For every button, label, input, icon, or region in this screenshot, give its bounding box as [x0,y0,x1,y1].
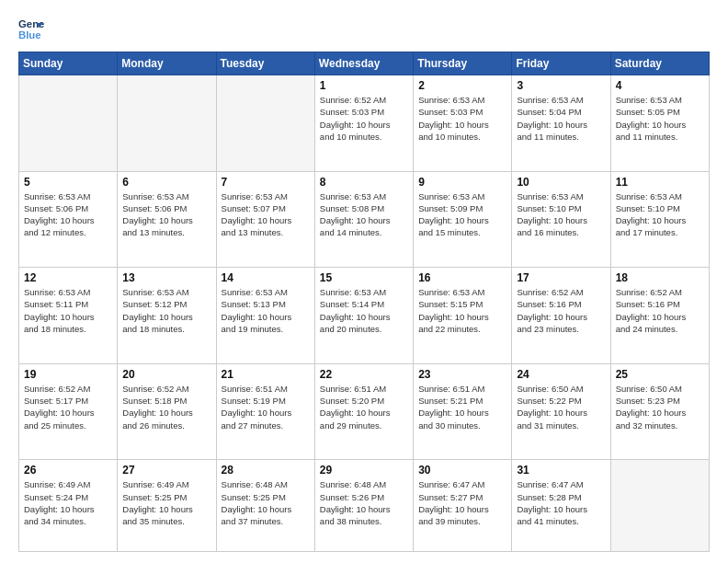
weekday-header-sunday: Sunday [19,52,118,75]
page: General Blue SundayMondayTuesdayWednesda… [0,0,728,563]
day-info: Sunrise: 6:53 AM Sunset: 5:11 PM Dayligh… [24,286,112,335]
day-number: 15 [320,271,408,284]
calendar-week-4: 26Sunrise: 6:49 AM Sunset: 5:24 PM Dayli… [19,460,710,552]
day-number: 3 [517,79,605,92]
day-number: 16 [418,271,506,284]
day-number: 7 [222,176,310,189]
weekday-header-monday: Monday [118,52,216,75]
calendar-cell: 7Sunrise: 6:53 AM Sunset: 5:07 PM Daylig… [216,171,314,268]
day-number: 25 [616,368,704,381]
day-info: Sunrise: 6:53 AM Sunset: 5:15 PM Dayligh… [418,286,506,335]
day-number: 5 [24,176,112,189]
day-number: 1 [320,79,408,92]
calendar-cell [118,75,216,172]
weekday-header-saturday: Saturday [610,52,709,75]
calendar-cell: 12Sunrise: 6:53 AM Sunset: 5:11 PM Dayli… [19,268,118,364]
day-info: Sunrise: 6:50 AM Sunset: 5:22 PM Dayligh… [517,383,605,431]
weekday-header-tuesday: Tuesday [216,52,314,75]
day-number: 26 [24,464,112,477]
day-number: 30 [418,464,506,477]
calendar-cell: 20Sunrise: 6:52 AM Sunset: 5:18 PM Dayli… [118,363,216,460]
calendar-cell: 11Sunrise: 6:53 AM Sunset: 5:10 PM Dayli… [610,171,709,268]
weekday-header-thursday: Thursday [414,52,512,75]
day-info: Sunrise: 6:52 AM Sunset: 5:16 PM Dayligh… [616,286,704,335]
calendar-cell: 21Sunrise: 6:51 AM Sunset: 5:19 PM Dayli… [216,363,314,460]
calendar-week-1: 5Sunrise: 6:53 AM Sunset: 5:06 PM Daylig… [19,171,710,268]
calendar-cell: 14Sunrise: 6:53 AM Sunset: 5:13 PM Dayli… [216,268,314,364]
calendar-cell: 30Sunrise: 6:47 AM Sunset: 5:27 PM Dayli… [414,460,512,552]
calendar-cell [19,75,118,172]
logo-icon: General Blue [18,17,44,42]
calendar-cell: 22Sunrise: 6:51 AM Sunset: 5:20 PM Dayli… [314,363,413,460]
day-number: 20 [122,368,210,381]
day-number: 10 [517,176,605,189]
calendar-week-0: 1Sunrise: 6:52 AM Sunset: 5:03 PM Daylig… [19,75,710,172]
day-info: Sunrise: 6:53 AM Sunset: 5:13 PM Dayligh… [222,286,310,335]
day-info: Sunrise: 6:53 AM Sunset: 5:09 PM Dayligh… [418,190,506,239]
calendar-cell: 6Sunrise: 6:53 AM Sunset: 5:06 PM Daylig… [118,171,216,268]
day-number: 29 [320,464,408,477]
day-info: Sunrise: 6:53 AM Sunset: 5:12 PM Dayligh… [122,286,210,335]
day-info: Sunrise: 6:52 AM Sunset: 5:16 PM Dayligh… [517,286,605,335]
day-info: Sunrise: 6:49 AM Sunset: 5:24 PM Dayligh… [24,478,112,527]
logo: General Blue [18,17,48,42]
day-info: Sunrise: 6:53 AM Sunset: 5:14 PM Dayligh… [320,286,408,335]
calendar-cell: 13Sunrise: 6:53 AM Sunset: 5:12 PM Dayli… [118,268,216,364]
day-info: Sunrise: 6:49 AM Sunset: 5:25 PM Dayligh… [122,478,210,527]
day-info: Sunrise: 6:52 AM Sunset: 5:03 PM Dayligh… [320,94,408,143]
day-number: 24 [517,368,605,381]
calendar-cell: 1Sunrise: 6:52 AM Sunset: 5:03 PM Daylig… [314,75,413,172]
day-info: Sunrise: 6:47 AM Sunset: 5:27 PM Dayligh… [418,478,506,527]
day-number: 11 [616,176,704,189]
day-info: Sunrise: 6:53 AM Sunset: 5:05 PM Dayligh… [616,94,704,143]
day-number: 14 [222,271,310,284]
calendar-cell [216,75,314,172]
day-number: 31 [517,464,605,477]
calendar-week-2: 12Sunrise: 6:53 AM Sunset: 5:11 PM Dayli… [19,268,710,364]
svg-text:Blue: Blue [18,29,41,40]
day-info: Sunrise: 6:53 AM Sunset: 5:08 PM Dayligh… [320,190,408,239]
day-number: 27 [122,464,210,477]
day-number: 21 [222,368,310,381]
day-number: 17 [517,271,605,284]
day-info: Sunrise: 6:51 AM Sunset: 5:21 PM Dayligh… [418,383,506,431]
calendar-cell: 16Sunrise: 6:53 AM Sunset: 5:15 PM Dayli… [414,268,512,364]
calendar-cell [610,460,709,552]
day-info: Sunrise: 6:52 AM Sunset: 5:17 PM Dayligh… [24,383,112,431]
calendar-cell: 29Sunrise: 6:48 AM Sunset: 5:26 PM Dayli… [314,460,413,552]
calendar-week-3: 19Sunrise: 6:52 AM Sunset: 5:17 PM Dayli… [19,363,710,460]
calendar-cell: 15Sunrise: 6:53 AM Sunset: 5:14 PM Dayli… [314,268,413,364]
calendar-cell: 4Sunrise: 6:53 AM Sunset: 5:05 PM Daylig… [610,75,709,172]
calendar-cell: 28Sunrise: 6:48 AM Sunset: 5:25 PM Dayli… [216,460,314,552]
calendar-cell: 27Sunrise: 6:49 AM Sunset: 5:25 PM Dayli… [118,460,216,552]
day-info: Sunrise: 6:53 AM Sunset: 5:07 PM Dayligh… [222,190,310,239]
calendar-cell: 10Sunrise: 6:53 AM Sunset: 5:10 PM Dayli… [512,171,610,268]
day-number: 12 [24,271,112,284]
day-number: 13 [122,271,210,284]
day-info: Sunrise: 6:52 AM Sunset: 5:18 PM Dayligh… [122,383,210,431]
calendar-cell: 31Sunrise: 6:47 AM Sunset: 5:28 PM Dayli… [512,460,610,552]
day-info: Sunrise: 6:53 AM Sunset: 5:06 PM Dayligh… [24,190,112,239]
day-number: 4 [616,79,704,92]
calendar-table: SundayMondayTuesdayWednesdayThursdayFrid… [18,52,710,552]
day-number: 28 [222,464,310,477]
calendar-cell: 3Sunrise: 6:53 AM Sunset: 5:04 PM Daylig… [512,75,610,172]
calendar-cell: 8Sunrise: 6:53 AM Sunset: 5:08 PM Daylig… [314,171,413,268]
day-info: Sunrise: 6:47 AM Sunset: 5:28 PM Dayligh… [517,478,605,527]
calendar-cell: 19Sunrise: 6:52 AM Sunset: 5:17 PM Dayli… [19,363,118,460]
calendar-cell: 18Sunrise: 6:52 AM Sunset: 5:16 PM Dayli… [610,268,709,364]
calendar-cell: 17Sunrise: 6:52 AM Sunset: 5:16 PM Dayli… [512,268,610,364]
day-info: Sunrise: 6:48 AM Sunset: 5:25 PM Dayligh… [222,478,310,527]
calendar-cell: 26Sunrise: 6:49 AM Sunset: 5:24 PM Dayli… [19,460,118,552]
day-info: Sunrise: 6:53 AM Sunset: 5:04 PM Dayligh… [517,94,605,143]
day-number: 8 [320,176,408,189]
day-info: Sunrise: 6:48 AM Sunset: 5:26 PM Dayligh… [320,478,408,527]
weekday-header-friday: Friday [512,52,610,75]
calendar-cell: 5Sunrise: 6:53 AM Sunset: 5:06 PM Daylig… [19,171,118,268]
day-number: 19 [24,368,112,381]
calendar-cell: 23Sunrise: 6:51 AM Sunset: 5:21 PM Dayli… [414,363,512,460]
day-info: Sunrise: 6:53 AM Sunset: 5:03 PM Dayligh… [418,94,506,143]
day-number: 22 [320,368,408,381]
day-info: Sunrise: 6:51 AM Sunset: 5:19 PM Dayligh… [222,383,310,431]
weekday-header-wednesday: Wednesday [314,52,413,75]
